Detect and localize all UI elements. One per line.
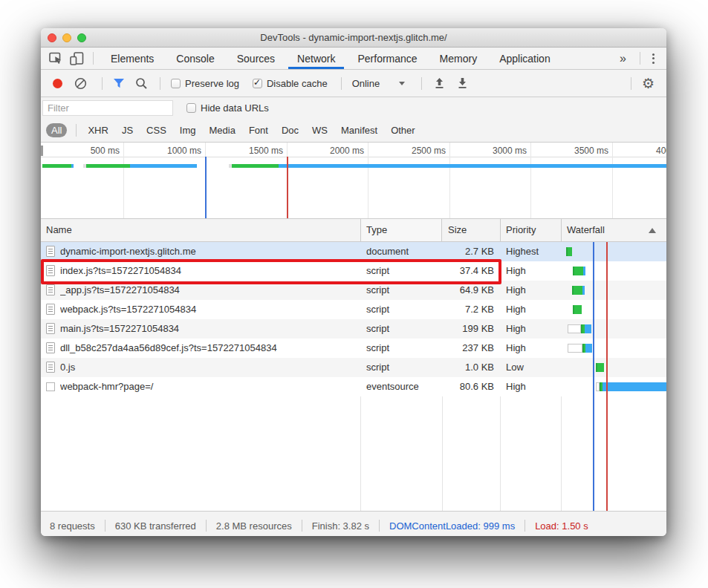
- tab-network[interactable]: Network: [286, 48, 346, 69]
- gear-icon[interactable]: ⚙: [637, 76, 659, 91]
- timeline-tick-label: 3500 ms: [574, 146, 612, 156]
- tab-sources[interactable]: Sources: [226, 48, 286, 69]
- table-row[interactable]: 0.jsscript1.0 KBLow: [41, 358, 666, 377]
- import-har-icon: [434, 77, 445, 89]
- devtools-menu-button[interactable]: [646, 53, 660, 64]
- filter-pill-xhr[interactable]: XHR: [82, 123, 113, 137]
- waterfall-bar: [596, 363, 604, 372]
- column-header-type[interactable]: Type: [366, 219, 387, 241]
- waterfall-bar: [568, 324, 581, 333]
- tab-elements[interactable]: Elements: [100, 48, 165, 69]
- status-finish: Finish: 3.82 s: [311, 520, 371, 532]
- disable-cache-label[interactable]: Disable cache: [267, 78, 328, 89]
- filter-pill-ws[interactable]: WS: [307, 123, 333, 137]
- window-title: DevTools - dynamic-import-nextjs.glitch.…: [260, 32, 446, 43]
- search-button[interactable]: [135, 77, 148, 90]
- more-tabs-button[interactable]: »: [612, 52, 634, 65]
- table-row[interactable]: main.js?ts=1572271054834script199 KBHigh: [41, 319, 666, 339]
- devtools-window: DevTools - dynamic-import-nextjs.glitch.…: [41, 28, 666, 536]
- export-har-button[interactable]: [457, 77, 468, 89]
- status-dcl: DOMContentLoaded: 999 ms: [388, 520, 516, 532]
- zoom-button[interactable]: [77, 33, 86, 42]
- cell-size: 237 KB: [438, 339, 494, 358]
- table-row[interactable]: _app.js?ts=1572271054834script64.9 KBHig…: [41, 281, 666, 300]
- cell-size: 1.0 KB: [438, 358, 494, 377]
- close-button[interactable]: [48, 33, 56, 42]
- filter-pill-font[interactable]: Font: [244, 123, 273, 137]
- cell-priority: High: [506, 339, 558, 358]
- tab-application[interactable]: Application: [488, 48, 562, 69]
- filter-pill-js[interactable]: JS: [117, 123, 138, 137]
- table-row[interactable]: webpack.js?ts=1572271054834script7.2 KBH…: [41, 300, 666, 319]
- document-icon: [46, 342, 55, 353]
- inspect-button[interactable]: [45, 49, 66, 68]
- table-row[interactable]: index.js?ts=1572271054834script37.4 KBHi…: [41, 261, 666, 281]
- document-icon: [46, 323, 55, 334]
- filter-pill-css[interactable]: CSS: [141, 123, 172, 137]
- filter-pill-media[interactable]: Media: [204, 123, 240, 137]
- filter-pill-manifest[interactable]: Manifest: [336, 123, 383, 137]
- domcontentloaded-line: [205, 157, 207, 218]
- column-header-priority[interactable]: Priority: [506, 219, 536, 241]
- overview-bar: [42, 164, 71, 168]
- table-row[interactable]: dynamic-import-nextjs.glitch.medocument2…: [41, 242, 666, 261]
- waterfall-bar: [585, 324, 591, 333]
- export-har-icon: [457, 77, 468, 89]
- preserve-log-checkbox[interactable]: [171, 79, 181, 88]
- cell-size: 80.6 KB: [438, 377, 494, 396]
- divider: [421, 77, 422, 90]
- request-table-body: dynamic-import-nextjs.glitch.medocument2…: [41, 242, 666, 511]
- timeline-gridline: [368, 143, 368, 218]
- filter-pill-other[interactable]: Other: [386, 123, 420, 137]
- divider: [631, 77, 631, 90]
- disable-cache-checkbox[interactable]: [253, 79, 262, 88]
- document-icon: [46, 246, 55, 257]
- column-header-size[interactable]: Size: [448, 219, 467, 241]
- filter-input[interactable]: [42, 100, 173, 116]
- cell-type: script: [366, 261, 438, 281]
- waterfall-bar: [573, 267, 583, 275]
- cell-type: script: [366, 339, 438, 358]
- timeline-overview[interactable]: 500 ms1000 ms1500 ms2000 ms2500 ms3000 m…: [41, 143, 666, 219]
- throttling-select[interactable]: Online: [352, 78, 380, 89]
- record-button[interactable]: [53, 79, 62, 88]
- divider: [640, 52, 640, 65]
- import-har-button[interactable]: [434, 77, 445, 89]
- hide-data-urls-checkbox[interactable]: [186, 103, 196, 113]
- device-toolbar-icon: [70, 52, 84, 65]
- dropdown-caret-icon[interactable]: [399, 82, 405, 85]
- document-icon: [46, 362, 55, 373]
- sort-asc-icon[interactable]: [649, 228, 656, 233]
- overview-handle[interactable]: [41, 146, 43, 156]
- filter-pill-doc[interactable]: Doc: [276, 123, 304, 137]
- table-row[interactable]: dll_b58c257da4aa56d89cef.js?ts=157227105…: [41, 339, 666, 358]
- filter-pill-all[interactable]: All: [46, 123, 67, 137]
- filter-pill-img[interactable]: Img: [175, 123, 201, 137]
- hide-data-urls-label[interactable]: Hide data URLs: [201, 102, 269, 114]
- cell-type: script: [366, 300, 438, 319]
- tab-console[interactable]: Console: [165, 48, 225, 69]
- preserve-log-label[interactable]: Preserve log: [185, 78, 239, 89]
- cell-name: webpack-hmr?page=/: [60, 377, 356, 396]
- filter-row: Hide data URLs: [41, 97, 666, 119]
- clear-button[interactable]: [74, 77, 87, 90]
- network-toolbar: Preserve log Disable cache Online: [41, 70, 666, 97]
- search-icon: [135, 77, 148, 90]
- waterfall-bar: [603, 382, 666, 391]
- column-header-waterfall[interactable]: Waterfall: [567, 219, 605, 241]
- column-header-name[interactable]: Name: [46, 219, 72, 241]
- waterfall-bar: [573, 305, 582, 314]
- tab-memory[interactable]: Memory: [429, 48, 489, 69]
- table-row[interactable]: webpack-hmr?page=/eventsource80.6 KBHigh: [41, 377, 666, 396]
- request-table-header: Name Type Size Priority Waterfall: [41, 219, 666, 242]
- traffic-lights: [48, 33, 86, 42]
- waterfall-bar: [583, 267, 585, 275]
- load-event-line: [287, 157, 288, 218]
- filter-button[interactable]: [113, 79, 125, 88]
- device-toolbar-button[interactable]: [66, 49, 87, 68]
- tab-performance[interactable]: Performance: [346, 48, 428, 69]
- waterfall-bar: [572, 286, 582, 295]
- divider: [206, 520, 207, 532]
- cell-name: dll_b58c257da4aa56d89cef.js?ts=157227105…: [60, 339, 356, 358]
- minimize-button[interactable]: [62, 33, 71, 42]
